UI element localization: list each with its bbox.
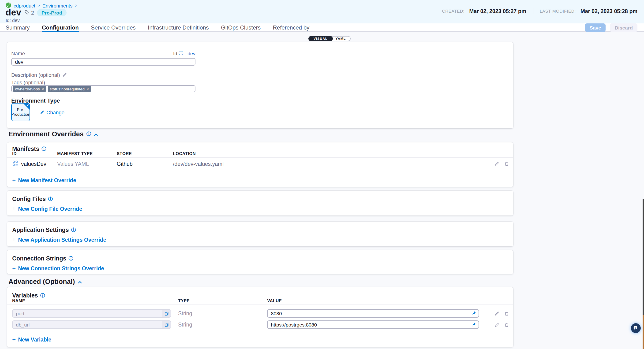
new-application-settings-override-link[interactable]: + New Application Settings Override <box>12 237 106 243</box>
divider <box>7 305 513 305</box>
tab-infrastructure-definitions[interactable]: Infrastructure Definitions <box>148 23 209 31</box>
environment-type-card[interactable]: Pre-Production ✓ <box>11 103 30 121</box>
variable-value-input[interactable] <box>268 322 472 328</box>
variable-row: String <box>7 321 513 329</box>
divider <box>7 157 513 158</box>
remove-tag-icon[interactable]: × <box>42 86 44 91</box>
tab-actions: Save Discard <box>585 23 638 31</box>
tab-bar: Summary Configuration Service Overrides … <box>0 23 644 32</box>
tag-chip-label: status:nonregulated <box>50 86 84 91</box>
info-icon[interactable]: ⓘ <box>69 256 73 261</box>
manifest-id: valuesDev <box>21 161 46 167</box>
variable-value-field <box>267 309 479 318</box>
breadcrumb-separator: > <box>38 3 40 8</box>
advanced-heading: Advanced (Optional) <box>8 278 82 285</box>
modified-label: LAST MODIFIED: <box>540 9 576 13</box>
discard-button[interactable]: Discard <box>610 23 638 32</box>
environment-details-card: Name Id ⓘ : dev Description (optional) T… <box>7 42 513 128</box>
check-icon: ✓ <box>26 103 29 107</box>
tab-referenced-by[interactable]: Referenced by <box>273 23 309 31</box>
manifest-row[interactable]: valuesDev Values YAML Github /dev/dev-va… <box>7 160 513 167</box>
edit-variable-icon[interactable] <box>494 322 500 327</box>
delete-manifest-icon[interactable] <box>504 161 509 166</box>
delete-variable-icon[interactable] <box>504 322 509 327</box>
info-icon[interactable]: ⓘ <box>40 293 45 298</box>
manifest-store: Github <box>117 161 173 167</box>
variable-name-input[interactable] <box>13 321 162 328</box>
variable-type: String <box>178 322 267 328</box>
plus-icon: + <box>12 237 16 243</box>
info-icon[interactable]: ⓘ <box>178 51 183 56</box>
variables-card: Variables ⓘ NAME TYPE VALUE String <box>7 287 513 347</box>
info-icon[interactable]: ⓘ <box>48 197 53 201</box>
edit-description-icon[interactable] <box>62 73 67 77</box>
created-value: Mar 02, 2023 05:27 pm <box>469 8 526 14</box>
svg-text:?: ? <box>635 326 636 329</box>
vertical-scrollbar-thumb[interactable] <box>642 199 644 315</box>
column-value: VALUE <box>267 298 483 303</box>
new-manifest-override-link[interactable]: + New Manifest Override <box>12 177 76 183</box>
config-files-title: Config Files <box>12 196 46 202</box>
save-button[interactable]: Save <box>585 23 606 32</box>
new-config-file-override-link[interactable]: + New Config File Override <box>12 206 82 212</box>
application-settings-title: Application Settings <box>12 227 69 233</box>
tab-gitops-clusters[interactable]: GitOps Clusters <box>221 23 260 31</box>
chevron-up-icon[interactable] <box>94 130 98 138</box>
toggle-visual[interactable]: VISUAL <box>308 36 333 41</box>
variable-row: String <box>7 309 513 318</box>
tab-configuration[interactable]: Configuration <box>42 23 79 31</box>
id-group: Id ⓘ : dev <box>173 51 196 56</box>
environment-configuration-page: cdproduct > Environments > dev 2 Pre-Pro… <box>0 0 644 349</box>
help-chat-button[interactable]: ? <box>631 323 641 333</box>
title-row: dev 2 Pre-Prod <box>6 7 66 18</box>
plus-icon: + <box>12 177 16 183</box>
manifests-table-header: ID MANIFEST TYPE STORE LOCATION <box>7 151 513 156</box>
pin-icon[interactable] <box>472 322 476 327</box>
info-icon[interactable]: ⓘ <box>71 228 76 232</box>
change-label: Change <box>46 109 64 115</box>
new-connection-strings-override-label: New Connection Strings Override <box>18 265 104 271</box>
manifest-icon <box>12 160 18 167</box>
chevron-up-icon[interactable] <box>78 278 82 285</box>
modified-value: Mar 02, 2023 05:28 pm <box>580 8 638 14</box>
edit-manifest-icon[interactable] <box>494 161 500 166</box>
column-store: STORE <box>117 151 173 156</box>
env-type-badge: Pre-Prod <box>37 9 66 16</box>
remove-tag-icon[interactable]: × <box>86 86 89 91</box>
change-env-type-link[interactable]: Change <box>40 109 64 115</box>
copy-icon[interactable] <box>162 310 170 317</box>
edit-variable-icon[interactable] <box>494 311 500 316</box>
connection-strings-title: Connection Strings <box>12 255 66 262</box>
id-label: Id <box>173 51 178 56</box>
description-label: Description (optional) <box>11 72 60 78</box>
advanced-title: Advanced (Optional) <box>8 278 75 285</box>
id-colon: : <box>185 51 186 56</box>
name-input[interactable] <box>11 58 196 66</box>
delete-variable-icon[interactable] <box>504 311 509 316</box>
new-manifest-override-label: New Manifest Override <box>18 177 76 183</box>
connection-strings-card: Connection Strings ⓘ + New Connection St… <box>7 250 513 274</box>
tab-service-overrides[interactable]: Service Overrides <box>91 23 136 31</box>
id-value-link[interactable]: dev <box>188 51 196 56</box>
copy-icon[interactable] <box>162 321 170 328</box>
manifest-location: /dev/dev-values.yaml <box>173 161 485 167</box>
variable-name-field <box>12 309 171 318</box>
environment-type-value: Pre-Production <box>11 107 30 117</box>
variable-value-input[interactable] <box>268 311 472 316</box>
timestamps: CREATED: Mar 02, 2023 05:27 pm LAST MODI… <box>442 8 638 14</box>
visual-yaml-toggle: VISUAL YAML <box>308 36 350 41</box>
new-variable-link[interactable]: + New Variable <box>12 336 51 343</box>
environment-header: cdproduct > Environments > dev 2 Pre-Pro… <box>0 0 644 23</box>
pin-icon[interactable] <box>472 311 476 316</box>
new-connection-strings-override-link[interactable]: + New Connection Strings Override <box>12 265 104 271</box>
variable-name-input[interactable] <box>13 310 162 317</box>
tags-input[interactable]: owner:devops × status:nonregulated × <box>11 85 196 92</box>
tags-label: Tags (optional) <box>11 80 45 85</box>
entity-id: Id: dev <box>6 18 20 23</box>
environment-overrides-title: Environment Overrides <box>8 130 84 138</box>
tab-summary[interactable]: Summary <box>6 23 30 31</box>
new-config-file-override-label: New Config File Override <box>18 206 82 212</box>
info-icon[interactable]: ⓘ <box>42 147 46 151</box>
created-label: CREATED: <box>442 9 464 13</box>
info-icon[interactable]: ⓘ <box>86 132 91 136</box>
